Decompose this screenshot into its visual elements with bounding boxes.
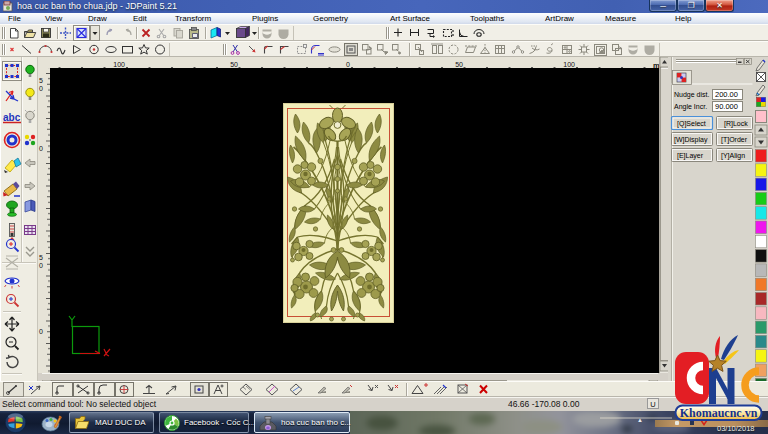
svg-text:0: 0	[346, 61, 350, 68]
svg-text:5: 5	[39, 77, 43, 84]
svg-text:50: 50	[455, 61, 463, 68]
svg-text:200.00: 200.00	[715, 90, 738, 99]
svg-text:90.000: 90.000	[715, 102, 738, 111]
svg-text:0: 0	[39, 262, 43, 269]
svg-text:[Q]Select: [Q]Select	[677, 120, 706, 128]
svg-text:[E]Layer: [E]Layer	[677, 152, 704, 160]
svg-text:0: 0	[39, 85, 43, 92]
svg-text:abc: abc	[3, 112, 21, 123]
svg-text:5: 5	[39, 254, 43, 261]
svg-text:Angle Incr.: Angle Incr.	[674, 103, 707, 111]
svg-text:[Y]Align: [Y]Align	[721, 152, 745, 160]
svg-text:[T]Order: [T]Order	[721, 136, 748, 144]
svg-text:[W]Display: [W]Display	[674, 136, 708, 144]
svg-text:0: 0	[39, 145, 43, 152]
svg-text:50: 50	[230, 61, 238, 68]
svg-text:0: 0	[39, 328, 43, 335]
svg-text:100: 100	[563, 61, 575, 68]
svg-text:[R]Lock: [R]Lock	[724, 120, 748, 128]
svg-text:Nudge dist.: Nudge dist.	[674, 91, 709, 99]
svg-text:100: 100	[113, 61, 125, 68]
svg-text:Khomaucnc.vn: Khomaucnc.vn	[680, 406, 758, 420]
